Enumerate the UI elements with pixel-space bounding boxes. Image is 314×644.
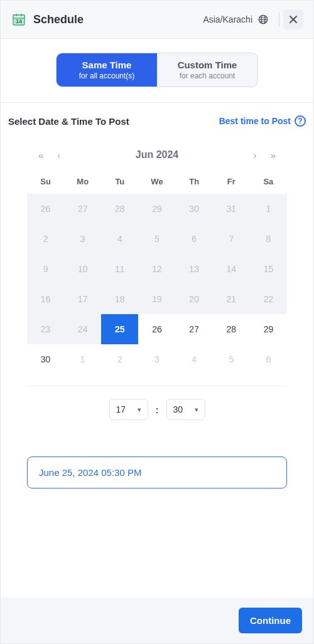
calendar-dow: Tu	[101, 169, 138, 194]
calendar-dow: Sa	[250, 169, 287, 194]
timezone-label[interactable]: Asia/Karachi	[203, 14, 252, 24]
calendar-body: 2627282930311234567891011121314151617181…	[27, 194, 287, 374]
minute-value: 30	[173, 404, 183, 414]
calendar-day[interactable]: 2	[101, 344, 138, 374]
calendar-day[interactable]: 25	[101, 314, 138, 344]
svg-text:14: 14	[16, 18, 22, 24]
minute-select[interactable]: 30 ▾	[166, 399, 205, 420]
tab-custom-title: Custom Time	[162, 60, 252, 70]
calendar-day: 1	[250, 194, 287, 224]
calendar-day: 6	[176, 224, 213, 254]
calendar-day: 22	[250, 284, 287, 314]
calendar-day: 18	[101, 284, 138, 314]
calendar-day[interactable]: 6	[250, 344, 287, 374]
calendar-day: 21	[213, 284, 250, 314]
prev-month-button[interactable]: ‹	[52, 150, 65, 161]
header-divider	[279, 13, 279, 26]
calendar-day[interactable]: 29	[250, 314, 287, 344]
continue-button[interactable]: Continue	[239, 608, 302, 633]
section-title: Select Date & Time To Post	[8, 116, 129, 127]
calendar-day: 29	[138, 194, 175, 224]
best-time-label: Best time to Post	[219, 116, 291, 126]
calendar-day: 10	[64, 254, 101, 284]
calendar-day: 2	[27, 224, 64, 254]
chevron-down-icon: ▾	[195, 406, 198, 414]
calendar-month-label: Jun 2024	[136, 149, 178, 161]
prev-year-button[interactable]: «	[33, 150, 48, 161]
calendar-icon: 14	[11, 11, 27, 28]
time-picker: 17 ▾ : 30 ▾	[27, 386, 287, 420]
calendar-day: 23	[27, 314, 64, 344]
calendar-dow: Fr	[213, 169, 250, 194]
calendar-day[interactable]: 5	[213, 344, 250, 374]
close-icon	[289, 15, 298, 24]
best-time-link[interactable]: Best time to Post ?	[219, 115, 306, 127]
schedule-header: 14 Schedule Asia/Karachi	[1, 1, 313, 39]
calendar-day: 13	[176, 254, 213, 284]
calendar-day: 31	[213, 194, 250, 224]
calendar-dow: We	[138, 169, 175, 194]
hour-select[interactable]: 17 ▾	[109, 399, 148, 420]
tab-same-time[interactable]: Same Time for all account(s)	[57, 53, 157, 87]
tab-custom-sub: for each account	[162, 71, 252, 80]
calendar-dow: Su	[27, 169, 64, 194]
calendar-day: 12	[138, 254, 175, 284]
calendar-day: 16	[27, 284, 64, 314]
calendar-dow-row: SuMoTuWeThFrSa	[27, 169, 287, 194]
globe-icon[interactable]	[257, 14, 269, 25]
calendar-nav: « ‹ Jun 2024 › »	[27, 149, 287, 161]
calendar-day: 24	[64, 314, 101, 344]
help-icon[interactable]: ?	[295, 115, 306, 127]
close-button[interactable]	[283, 9, 303, 29]
header-title: Schedule	[33, 13, 84, 26]
calendar-day[interactable]: 4	[176, 344, 213, 374]
calendar-day[interactable]: 30	[27, 344, 64, 374]
calendar-day: 20	[176, 284, 213, 314]
calendar-day: 7	[213, 224, 250, 254]
calendar-dow: Th	[176, 169, 213, 194]
calendar-day[interactable]: 28	[213, 314, 250, 344]
calendar-day: 4	[101, 224, 138, 254]
calendar-day: 15	[250, 254, 287, 284]
calendar-day: 5	[138, 224, 175, 254]
calendar-day: 9	[27, 254, 64, 284]
calendar-day[interactable]: 26	[138, 314, 175, 344]
calendar-day: 8	[250, 224, 287, 254]
time-colon: :	[156, 404, 159, 415]
calendar: « ‹ Jun 2024 › » SuMoTuWeThFrSa 26272829…	[1, 133, 313, 420]
calendar-day: 11	[101, 254, 138, 284]
calendar-day: 27	[64, 194, 101, 224]
tab-same-sub: for all account(s)	[62, 71, 152, 80]
calendar-day: 3	[64, 224, 101, 254]
calendar-day: 26	[27, 194, 64, 224]
next-year-button[interactable]: »	[266, 150, 281, 161]
tab-same-title: Same Time	[62, 60, 152, 70]
calendar-day: 30	[176, 194, 213, 224]
calendar-day: 19	[138, 284, 175, 314]
calendar-day: 14	[213, 254, 250, 284]
tab-custom-time[interactable]: Custom Time for each account	[157, 53, 257, 87]
selected-datetime-summary: June 25, 2024 05:30 PM	[27, 457, 287, 488]
calendar-day[interactable]: 3	[138, 344, 175, 374]
select-datetime-row: Select Date & Time To Post Best time to …	[1, 103, 313, 133]
footer: Continue	[1, 598, 313, 643]
calendar-day[interactable]: 27	[176, 314, 213, 344]
calendar-day[interactable]: 1	[64, 344, 101, 374]
calendar-day: 28	[101, 194, 138, 224]
next-month-button[interactable]: ›	[249, 150, 262, 161]
schedule-mode-tabs: Same Time for all account(s) Custom Time…	[1, 39, 313, 102]
calendar-day: 17	[64, 284, 101, 314]
hour-value: 17	[116, 404, 126, 414]
chevron-down-icon: ▾	[138, 406, 141, 414]
calendar-dow: Mo	[64, 169, 101, 194]
